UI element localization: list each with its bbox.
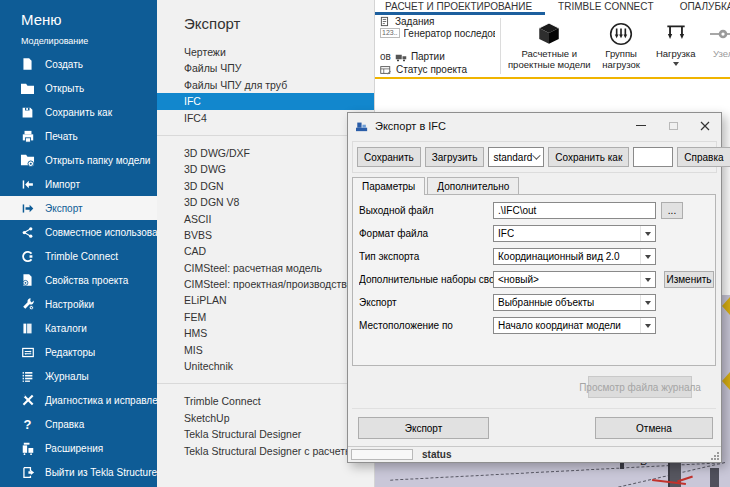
output-file-label: Выходной файл xyxy=(359,205,493,216)
tasks-button[interactable]: Задания xyxy=(380,15,495,28)
sidebar-item-editors[interactable]: Редакторы xyxy=(0,340,157,364)
diagnose-repair-icon xyxy=(20,393,35,408)
submenu-item-eliplan[interactable]: ELiPLAN xyxy=(157,292,374,308)
sidebar-item-diagnose-repair[interactable]: Диагностика и исправление xyxy=(0,388,157,412)
sidebar-item-settings[interactable]: Настройки xyxy=(0,292,157,316)
dialog-title: Экспорт в IFC xyxy=(375,120,446,132)
load-icon xyxy=(663,19,689,49)
catalogs-icon xyxy=(20,321,35,336)
sidebar-item-export[interactable]: Экспорт xyxy=(0,196,157,220)
clip-plane-arrow-icon xyxy=(722,372,730,390)
submenu-item-nc-files[interactable]: Файлы ЧПУ xyxy=(157,60,374,76)
analysis-models-button[interactable]: Расчетные и проектные модели xyxy=(506,15,593,77)
save-as-button[interactable]: Сохранить как xyxy=(548,147,629,167)
file-format-select[interactable]: IFC xyxy=(493,225,656,242)
export-icon xyxy=(20,201,35,216)
preset-name-input[interactable] xyxy=(633,147,673,167)
submenu-item-fem[interactable]: FEM xyxy=(157,309,374,325)
chevron-down-icon xyxy=(645,232,651,236)
sidebar-item-create[interactable]: Создать xyxy=(0,52,157,76)
browse-button[interactable]: ... xyxy=(661,202,683,219)
submenu-item-3d-dgn[interactable]: 3D DGN xyxy=(157,178,374,194)
tab-parameters[interactable]: Параметры xyxy=(352,177,425,195)
export-scope-select[interactable]: Выбранные объекты xyxy=(493,294,656,311)
new-file-icon xyxy=(20,57,35,72)
resize-grip[interactable] xyxy=(710,451,719,460)
node-button[interactable]: Узел xyxy=(702,15,730,77)
sidebar-item-print[interactable]: Печать xyxy=(0,124,157,148)
submenu-item-trimble-connect[interactable]: Trimble Connect xyxy=(157,393,374,409)
sidebar-item-catalogs[interactable]: Каталоги xyxy=(0,316,157,340)
submenu-item-3d-dwg[interactable]: 3D DWG xyxy=(157,161,374,177)
dropdown-arrow xyxy=(640,272,655,287)
load-preset-button[interactable]: Загрузить xyxy=(425,147,485,167)
sidebar-item-exit[interactable]: Выйти из Tekla Structures xyxy=(0,460,157,484)
menu-subtitle: Моделирование xyxy=(0,28,157,52)
submenu-item-nc-files-pipes[interactable]: Файлы ЧПУ для труб xyxy=(157,77,374,93)
sidebar-item-import[interactable]: Импорт xyxy=(0,172,157,196)
export-type-row: Тип экспорта Координационный вид 2.0 xyxy=(353,245,715,268)
submenu-item-tsd[interactable]: Tekla Structural Designer xyxy=(157,426,374,442)
cancel-button[interactable]: Отмена xyxy=(595,417,713,439)
preset-select[interactable]: standard xyxy=(488,147,544,167)
close-button[interactable] xyxy=(689,113,721,138)
tab-trimble-connect[interactable]: TRIMBLE CONNECT xyxy=(545,0,667,15)
submenu-item-3d-dgn-v8[interactable]: 3D DGN V8 xyxy=(157,194,374,210)
sidebar-item-save-as[interactable]: Сохранить как xyxy=(0,100,157,124)
edit-property-sets-button[interactable]: Изменить xyxy=(664,271,714,288)
submenu-item-ifc[interactable]: IFC xyxy=(157,93,374,109)
sequence-generator-button[interactable]: 123.. Генератор последовательностей xyxy=(380,28,495,50)
sidebar-item-open[interactable]: Открыть xyxy=(0,76,157,100)
submenu-item-sketchup[interactable]: SketchUp xyxy=(157,410,374,426)
sidebar-item-help[interactable]: ?Справка xyxy=(0,412,157,436)
model-part xyxy=(620,463,624,469)
maximize-button[interactable] xyxy=(657,113,689,138)
submenu-item-cimsteel-design[interactable]: CIMSteel: проектная/производственная мо xyxy=(157,276,374,292)
submenu-item-unitechnik[interactable]: Unitechnik xyxy=(157,358,374,374)
load-groups-icon xyxy=(608,19,634,49)
sidebar-item-trimble-connect[interactable]: Trimble Connect xyxy=(0,244,157,268)
main-menu: Меню Моделирование Создать Открыть Сохра… xyxy=(0,0,157,487)
tab-analysis-design[interactable]: РАСЧЕТ И ПРОЕКТИРОВАНИЕ xyxy=(372,0,545,15)
export-button[interactable]: Экспорт xyxy=(358,417,489,439)
clipped-label: ов xyxy=(380,51,391,62)
save-preset-button[interactable]: Сохранить xyxy=(357,147,421,167)
help-button[interactable]: Справка xyxy=(677,147,730,167)
property-sets-select[interactable]: <новый> xyxy=(493,271,656,288)
submenu-item-hms[interactable]: HMS xyxy=(157,325,374,341)
submenu-item-tsd-analysis[interactable]: Tekla Structural Designer с расчетной мо… xyxy=(157,443,374,459)
output-file-field xyxy=(493,202,656,219)
property-sets-row: Дополнительные наборы свойств <новый> Из… xyxy=(353,268,715,291)
output-file-input[interactable] xyxy=(494,203,655,218)
submenu-item-cad[interactable]: CAD xyxy=(157,243,374,259)
load-button[interactable]: Нагрузка xyxy=(649,15,702,77)
export-type-select[interactable]: Координационный вид 2.0 xyxy=(493,248,656,265)
logs-icon xyxy=(20,369,35,384)
load-groups-button[interactable]: Группы нагрузок xyxy=(593,15,649,77)
project-status-button[interactable]: Статус проекта xyxy=(380,63,495,76)
sidebar-item-sharing[interactable]: Совместное использование xyxy=(0,220,157,244)
tab-formwork[interactable]: ОПАЛУБКА xyxy=(667,0,730,15)
batches-button[interactable]: ов Партии xyxy=(380,50,495,63)
chevron-down-icon xyxy=(645,255,651,259)
dialog-title-bar[interactable]: Экспорт в IFC xyxy=(348,113,721,138)
submenu-item-drawings[interactable]: Чертежи xyxy=(157,44,374,60)
dropdown-arrow xyxy=(640,318,655,333)
submenu-item-ifc4[interactable]: IFC4 xyxy=(157,110,374,126)
submenu-item-ascii[interactable]: ASCII xyxy=(157,211,374,227)
sidebar-item-logs[interactable]: Журналы xyxy=(0,364,157,388)
minimize-button[interactable] xyxy=(625,113,657,138)
export-ifc-dialog: Экспорт в IFC Сохранить Загрузить standa… xyxy=(347,112,722,463)
sidebar-item-open-model-folder[interactable]: Открыть папку модели xyxy=(0,148,157,172)
submenu-item-cimsteel-analysis[interactable]: CIMSteel: расчетная модель xyxy=(157,260,374,276)
submenu-item-mis[interactable]: MIS xyxy=(157,342,374,358)
submenu-item-3d-dwg-dxf[interactable]: 3D DWG/DXF xyxy=(157,145,374,161)
location-select[interactable]: Начало координат модели xyxy=(493,317,656,334)
chevron-down-icon xyxy=(645,301,651,305)
sidebar-item-project-properties[interactable]: Свойства проекта xyxy=(0,268,157,292)
dialog-actions: Экспорт Отмена xyxy=(348,409,721,439)
submenu-item-bvbs[interactable]: BVBS xyxy=(157,227,374,243)
tab-advanced[interactable]: Дополнительно xyxy=(427,177,519,194)
sidebar-item-extensions[interactable]: Расширения xyxy=(0,436,157,460)
import-icon xyxy=(20,177,35,192)
